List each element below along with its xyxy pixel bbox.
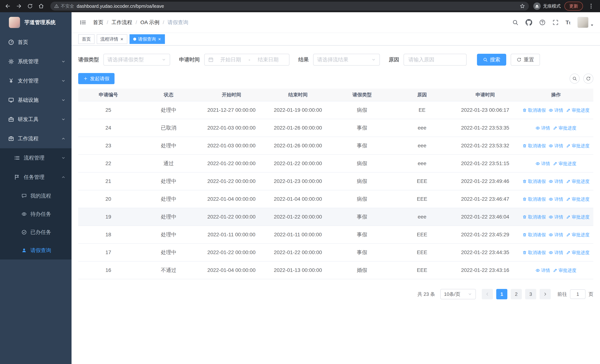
goto-page-input[interactable] bbox=[570, 289, 586, 299]
approval-progress-link[interactable]: 审批进度 bbox=[553, 161, 576, 167]
breadcrumb-item[interactable]: OA 示例 bbox=[141, 19, 159, 26]
browser-menu-icon[interactable] bbox=[587, 3, 596, 9]
breadcrumb-item[interactable]: 工作流程 bbox=[112, 19, 132, 26]
end-date-input[interactable]: 结束日期 bbox=[251, 56, 285, 63]
fullscreen-button[interactable] bbox=[553, 19, 559, 25]
reason-input[interactable] bbox=[408, 56, 462, 63]
reset-button[interactable]: 重置 bbox=[511, 54, 540, 65]
apply-time-range-picker[interactable]: 开始日期 - 结束日期 bbox=[204, 54, 290, 65]
security-chip[interactable]: 不安全 bbox=[54, 3, 74, 9]
tab-首页[interactable]: 首页 bbox=[78, 34, 94, 44]
toggle-search-button[interactable] bbox=[570, 74, 580, 84]
sidebar-collapse-button[interactable] bbox=[80, 19, 86, 26]
page-size-select[interactable]: 10条/页 bbox=[440, 289, 476, 299]
cancel-leave-link[interactable]: 取消请假 bbox=[522, 232, 546, 238]
sidebar-item-workflow[interactable]: 工作流程 bbox=[0, 129, 72, 148]
sidebar-item-devtools[interactable]: 研发工具 bbox=[0, 110, 72, 129]
sidebar-item-infra[interactable]: 基础设施 bbox=[0, 90, 72, 110]
tab-close-icon[interactable]: × bbox=[158, 37, 161, 42]
cell-leave-type: 病假 bbox=[332, 101, 393, 119]
detail-link[interactable]: 详情 bbox=[535, 161, 550, 167]
tab-close-icon[interactable]: × bbox=[120, 37, 124, 42]
sidebar-item-label: 基础设施 bbox=[18, 97, 38, 104]
sidebar-item-label: 工作流程 bbox=[18, 135, 38, 142]
approval-progress-link[interactable]: 审批进度 bbox=[566, 232, 590, 238]
approval-progress-link[interactable]: 审批进度 bbox=[566, 214, 590, 220]
sidebar-item-system[interactable]: 系统管理 bbox=[0, 52, 72, 71]
sidebar-item-todo-task[interactable]: 待办任务 bbox=[0, 205, 72, 223]
table-row: 22通过2022-01-22 00:00:002022-01-22 00:00:… bbox=[78, 155, 593, 172]
detail-link[interactable]: 详情 bbox=[549, 143, 563, 149]
detail-link[interactable]: 详情 bbox=[549, 107, 563, 113]
cancel-leave-link[interactable]: 取消请假 bbox=[522, 143, 546, 149]
cell-reason: EEE bbox=[393, 190, 452, 208]
help-button[interactable] bbox=[539, 19, 545, 26]
detail-link[interactable]: 详情 bbox=[549, 178, 563, 184]
user-avatar-menu[interactable] bbox=[577, 17, 594, 28]
browser-reload-button[interactable] bbox=[25, 1, 35, 11]
cell-apply-time: 2022-01-22 23:46:04 bbox=[451, 208, 518, 226]
detail-link[interactable]: 详情 bbox=[535, 267, 550, 273]
cell-id: 20 bbox=[78, 190, 138, 208]
search-button[interactable]: 搜索 bbox=[477, 54, 506, 65]
prev-page-button[interactable] bbox=[482, 289, 493, 299]
browser-home-button[interactable] bbox=[36, 1, 46, 11]
sidebar-item-leave-query[interactable]: 请假查询 bbox=[0, 241, 72, 260]
create-leave-button[interactable]: 发起请假 bbox=[78, 73, 114, 84]
approval-progress-link[interactable]: 审批进度 bbox=[566, 143, 590, 149]
refresh-table-button[interactable] bbox=[583, 74, 593, 84]
cell-id: 24 bbox=[78, 119, 138, 137]
cell-start-time: 2021-12-27 00:00:00 bbox=[199, 101, 264, 119]
sidebar-item-payment[interactable]: 支付管理 bbox=[0, 71, 72, 90]
address-bar[interactable]: 不安全 dashboard.yudao.iocoder.cn/bpm/oa/le… bbox=[50, 2, 529, 10]
cancel-leave-link[interactable]: 取消请假 bbox=[522, 178, 546, 184]
detail-link[interactable]: 详情 bbox=[549, 196, 563, 202]
github-link[interactable] bbox=[525, 19, 532, 26]
edit-icon bbox=[553, 126, 557, 130]
tab-请假查询[interactable]: 请假查询× bbox=[130, 34, 165, 44]
approval-progress-link[interactable]: 审批进度 bbox=[553, 125, 576, 131]
sidebar-item-done-task[interactable]: 已办任务 bbox=[0, 223, 72, 241]
leave-type-select[interactable]: 请选择请假类型 bbox=[103, 54, 170, 65]
eye-icon bbox=[535, 126, 540, 130]
search-button[interactable] bbox=[512, 19, 518, 26]
browser-back-button[interactable] bbox=[3, 1, 13, 11]
approval-progress-link[interactable]: 审批进度 bbox=[566, 107, 590, 113]
app-logo[interactable]: 芋道管理系统 bbox=[0, 12, 72, 33]
incognito-label: 无痕模式 bbox=[543, 3, 561, 9]
approval-progress-link[interactable]: 审批进度 bbox=[553, 267, 576, 273]
bookmark-star-icon[interactable] bbox=[520, 3, 525, 9]
detail-link[interactable]: 详情 bbox=[549, 250, 563, 256]
cell-status: 通过 bbox=[138, 155, 199, 172]
cancel-leave-link[interactable]: 取消请假 bbox=[522, 196, 546, 202]
next-page-button[interactable] bbox=[540, 289, 551, 299]
page-button-3[interactable]: 3 bbox=[525, 289, 536, 299]
page-button-1[interactable]: 1 bbox=[496, 289, 507, 299]
edit-icon bbox=[566, 233, 571, 237]
font-size-button[interactable]: Tt bbox=[565, 19, 570, 26]
approval-progress-link[interactable]: 审批进度 bbox=[566, 250, 590, 256]
cancel-leave-link[interactable]: 取消请假 bbox=[522, 250, 546, 256]
tab-流程详情[interactable]: 流程详情× bbox=[97, 34, 127, 44]
breadcrumb-item[interactable]: 首页 bbox=[93, 19, 103, 26]
page-button-2[interactable]: 2 bbox=[511, 289, 522, 299]
sidebar-item-my-process[interactable]: 我的流程 bbox=[0, 187, 72, 205]
approval-progress-link[interactable]: 审批进度 bbox=[566, 196, 590, 202]
eye-icon bbox=[535, 161, 540, 166]
start-date-input[interactable]: 开始日期 bbox=[214, 56, 248, 63]
sidebar-item-process-mgmt[interactable]: 流程管理 bbox=[0, 148, 72, 168]
browser-forward-button[interactable] bbox=[14, 1, 24, 11]
result-select[interactable]: 请选择流结果 bbox=[313, 54, 380, 65]
sidebar-item-home[interactable]: 首页 bbox=[0, 33, 72, 52]
detail-link[interactable]: 详情 bbox=[549, 232, 563, 238]
cancel-leave-link[interactable]: 取消请假 bbox=[522, 214, 546, 220]
cell-actions: 取消请假详情审批进度 bbox=[519, 137, 593, 155]
cancel-leave-link[interactable]: 取消请假 bbox=[522, 107, 546, 113]
app-title: 芋道管理系统 bbox=[24, 19, 56, 26]
sidebar-item-task-mgmt[interactable]: 任务管理 bbox=[0, 168, 72, 187]
approval-progress-link[interactable]: 审批进度 bbox=[566, 178, 590, 184]
detail-link[interactable]: 详情 bbox=[535, 125, 550, 131]
detail-link[interactable]: 详情 bbox=[549, 214, 563, 220]
cell-reason: EEE bbox=[393, 226, 452, 243]
browser-update-button[interactable]: 更新 bbox=[564, 2, 583, 10]
